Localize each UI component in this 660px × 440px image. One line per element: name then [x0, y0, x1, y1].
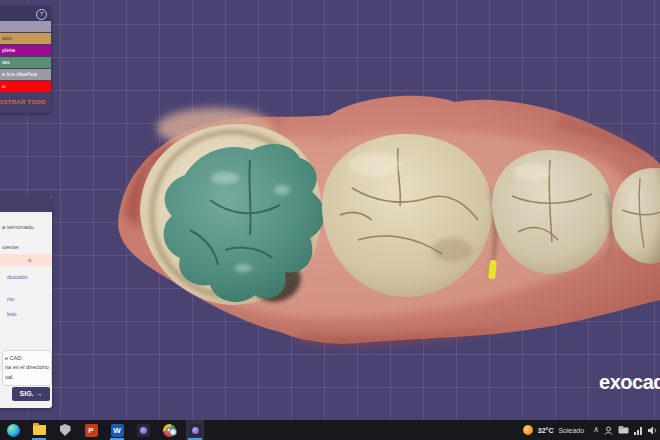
note-line: e CAD: — [5, 354, 49, 363]
dental-app-icon — [137, 424, 150, 437]
taskbar-file-explorer[interactable] — [30, 420, 48, 440]
wizard-panel-header — [0, 196, 52, 212]
dental-model-scene[interactable] — [0, 0, 660, 420]
note-line: na en el directorio — [5, 363, 49, 372]
taskbar-word[interactable]: W — [108, 420, 126, 440]
layers-panel: ? ado pleta ias e los diseños o MOSTRAR … — [0, 6, 51, 113]
weather-sun-icon — [523, 425, 533, 435]
exocad-app-icon — [189, 424, 202, 437]
taskbar-exocad-active[interactable] — [186, 420, 204, 440]
chrome-badge — [169, 428, 177, 436]
taskbar-chrome[interactable] — [160, 420, 178, 440]
step-link[interactable]: leto — [0, 311, 52, 317]
tray-network-icon[interactable] — [634, 426, 643, 435]
show-all-button[interactable]: MOSTRAR TODO — [0, 95, 51, 109]
tray-onedrive-icon[interactable] — [618, 426, 629, 434]
taskbar-edge[interactable] — [4, 420, 22, 440]
note-line: ual. — [5, 373, 49, 382]
layer-toggle-row[interactable]: ias — [0, 57, 51, 68]
layer-toggle-row[interactable] — [0, 21, 51, 32]
layer-toggle-row[interactable]: pleta — [0, 45, 51, 56]
next-button[interactable]: SIG. → — [12, 387, 50, 401]
wizard-panel: a terminado. uiente: o ducción rto leto … — [0, 196, 52, 408]
layer-toggle-row[interactable]: o — [0, 81, 51, 92]
weather-temperature[interactable]: 32°C — [538, 427, 554, 434]
taskbar: P W 32°C Soleado ∧ — [0, 420, 660, 440]
shield-icon — [60, 424, 71, 436]
layer-toggle-row[interactable]: e los diseños — [0, 69, 51, 80]
arrow-right-icon: → — [35, 390, 42, 397]
next-button-label: SIG. — [20, 390, 34, 397]
active-step-item[interactable]: o — [0, 254, 52, 266]
next-step-label: uiente: — [0, 230, 52, 250]
word-icon: W — [111, 424, 124, 437]
tray-volume-icon[interactable] — [648, 426, 658, 435]
step-link[interactable]: ducción — [0, 274, 52, 280]
3d-viewport[interactable]: exocad — [0, 0, 660, 420]
taskbar-powerpoint[interactable]: P — [82, 420, 100, 440]
step-link[interactable]: rto — [0, 296, 52, 302]
layers-panel-header: ? — [0, 6, 51, 21]
layer-toggle-row[interactable]: ado — [0, 33, 51, 44]
help-icon[interactable]: ? — [36, 9, 47, 20]
taskbar-dental-app[interactable] — [134, 420, 152, 440]
folder-icon — [33, 425, 46, 435]
edge-icon — [7, 424, 20, 437]
chrome-icon — [163, 424, 176, 437]
tray-user-icon[interactable] — [604, 426, 613, 435]
cad-save-note: e CAD: na en el directorio ual. — [2, 350, 52, 386]
desktop: exocad ? ado pleta ias e los diseños o M… — [0, 0, 660, 440]
exocad-watermark: exocad — [599, 371, 660, 394]
weather-condition[interactable]: Soleado — [558, 427, 584, 434]
powerpoint-icon: P — [85, 424, 98, 437]
tray-chevron-up-icon[interactable]: ∧ — [593, 420, 599, 440]
taskbar-shield-app[interactable] — [56, 420, 74, 440]
step-finished-text: a terminado. — [0, 212, 52, 230]
